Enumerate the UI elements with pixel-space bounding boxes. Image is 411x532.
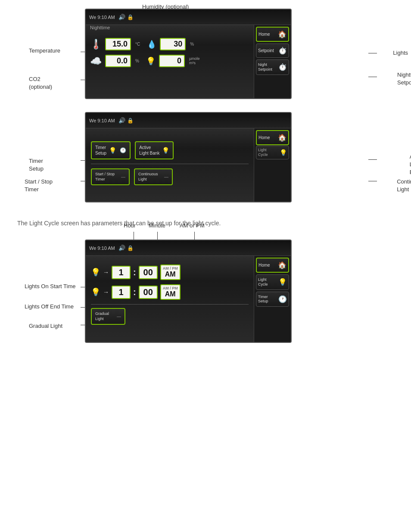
light-cycle-icon: 💡 [280, 149, 287, 156]
screen3-header: We 9:10 AM 🔊 🔒 [86, 240, 291, 256]
lights-on-hour-field[interactable]: 1 [112, 266, 131, 279]
thermometer-icon: 🌡️ [90, 39, 102, 50]
screen3-timer-setup-button[interactable]: Timer Setup 🕐 [256, 292, 289, 307]
active-light-bank-button[interactable]: Active Light Bank 💡 [135, 141, 174, 159]
ann-temperature: Temperature [29, 47, 60, 54]
screen3-speaker-icon: 🔊 [118, 245, 125, 251]
ann-hour: Hour [124, 222, 136, 229]
ann-start-stop: Start / StopTimer [25, 178, 53, 193]
screen3-device: We 9:10 AM 🔊 🔒 💡 → 1 : 00 AM / PM A [85, 240, 292, 343]
setpoint-button[interactable]: Setpoint ⏱️ [256, 44, 289, 58]
ann-lights-on: Lights On Start Time [25, 283, 76, 290]
screen2-home-button[interactable]: Home 🏠 [256, 130, 289, 145]
lights-on-minute-field[interactable]: 00 [139, 266, 158, 279]
ann-ampm: AM or PM [180, 222, 205, 229]
screen3-light-cycle-button[interactable]: Light Cycle 💡 [256, 274, 289, 290]
ann-co2: CO2(optional) [29, 75, 52, 91]
screen2-header: We 9:10 AM 🔊 🔒 [86, 113, 291, 128]
screen2-speaker-icon: 🔊 [118, 117, 125, 124]
night-setpoint-button[interactable]: Night Setpoint ⏱️ [256, 59, 289, 75]
setpoint-icon: ⏱️ [278, 47, 287, 55]
light-bulb-icon: 💡 [146, 56, 156, 66]
temperature-field[interactable]: 15.0 [105, 38, 131, 50]
separator2 [91, 304, 249, 305]
lights-on-bulb-icon: 💡 [91, 268, 100, 277]
screen3-light-cycle-icon: 💡 [278, 278, 287, 286]
minus-icon: — [121, 174, 125, 179]
home-icon: 🏠 [278, 30, 286, 38]
light-cycle-sidebar-btn[interactable]: Light Cycle 💡 [256, 146, 289, 159]
active-light-icon: 💡 [162, 147, 169, 154]
lights-off-bulb-icon: 💡 [91, 287, 100, 297]
light-unit: µmolem²s [189, 57, 200, 65]
ann-nighttime-setpoint: NighttimeSetpoint [397, 71, 411, 87]
colon2: : [133, 287, 136, 297]
temperature-unit: °C [135, 42, 140, 47]
screen1-device: We 9:10 AM 🔊 🔒 Nighttime 🌡️ 15.0 °C 💧 30… [85, 9, 292, 99]
ann-minute: Minute [149, 222, 165, 229]
night-setpoint-icon: ⏱️ [278, 63, 287, 71]
lights-on-ampm-field[interactable]: AM / PM AM [160, 264, 181, 280]
timer-setup-icon: 💡 [109, 147, 116, 154]
ann-continuous-light: ContinuousLight [397, 178, 411, 193]
screen3-time: We 9:10 AM [89, 246, 115, 251]
lock-icon: 🔒 [127, 14, 134, 20]
screen3-home-icon: 🏠 [278, 261, 286, 269]
lights-off-ampm-field[interactable]: AM / PM AM [160, 284, 181, 300]
screen3-timer-icon: 🕐 [278, 295, 287, 303]
humidity-unit: % [190, 42, 194, 47]
humidity-icon: 💧 [147, 40, 156, 49]
separator1 [91, 164, 249, 164]
screen2-home-icon: 🏠 [278, 134, 286, 142]
lights-off-minute-field[interactable]: 00 [139, 286, 158, 299]
cont-icon: — [164, 174, 168, 179]
lights-off-hour-field[interactable]: 1 [112, 286, 131, 299]
nighttime-badge: Nighttime [90, 25, 110, 30]
screen1-time: We 9:10 AM [89, 15, 115, 20]
gradual-light-button[interactable]: Gradual Light — [91, 308, 125, 325]
co2-field[interactable]: 0.0 [105, 55, 131, 67]
ann-gradual-light: Gradual Light [29, 323, 62, 329]
light-field[interactable]: 0 [159, 55, 185, 67]
speaker-icon: 🔊 [118, 14, 125, 20]
screen2-lock-icon: 🔒 [127, 118, 134, 124]
timer-setup-button[interactable]: Timer Setup 💡 🕐 [91, 141, 131, 159]
gradual-icon: — [117, 314, 121, 319]
description-text: The Light Cycle screen has parameters th… [17, 220, 394, 227]
screen3-home-button[interactable]: Home 🏠 [256, 258, 289, 273]
start-stop-timer-button[interactable]: Start / Stop Timer — [91, 168, 130, 185]
co2-unit: % [135, 59, 139, 63]
screen2-time: We 9:10 AM [89, 118, 115, 123]
co2-icon: ☁️ [90, 56, 102, 67]
humidity-field[interactable]: 30 [160, 38, 186, 50]
home-button[interactable]: Home 🏠 [256, 27, 289, 42]
ann-timer-setup: TimerSetup [29, 157, 44, 173]
ann-lights-off: Lights Off End Time [25, 303, 74, 311]
lights-off-arrow: → [103, 289, 109, 296]
clock-icon2: 🕐 [120, 147, 126, 153]
screen2-device: We 9:10 AM 🔊 🔒 Timer Setup 💡 🕐 Active Li [85, 112, 292, 202]
lights-on-arrow: → [103, 269, 109, 276]
continuous-light-button[interactable]: Continuous Light — [134, 168, 173, 185]
ann-lights: Lights [393, 50, 408, 56]
screen1-header: We 9:10 AM 🔊 🔒 [86, 9, 291, 25]
screen3-lock-icon: 🔒 [127, 245, 134, 251]
colon1: : [133, 268, 136, 277]
